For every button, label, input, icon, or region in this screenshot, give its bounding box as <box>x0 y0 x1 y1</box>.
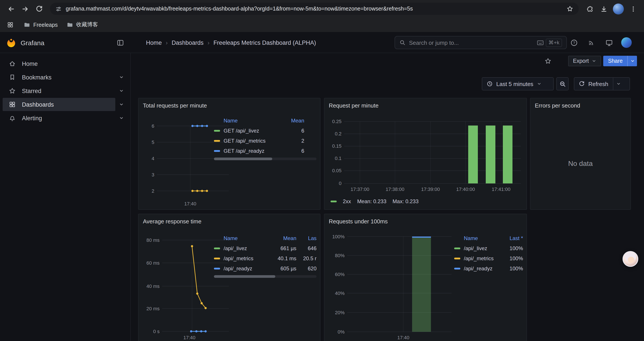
bookmark-blog[interactable]: 收藏博客 <box>66 21 98 29</box>
legend-header-name[interactable]: Name <box>214 235 270 241</box>
series-name[interactable]: /api/_readyz <box>464 265 500 271</box>
series-name[interactable]: /api/_livez <box>224 245 270 251</box>
legend-row[interactable]: /api/_readyz 100% <box>454 263 523 273</box>
sidebar-item-starred-button[interactable]: Starred <box>3 84 115 97</box>
chevron-down-icon <box>119 75 124 80</box>
breadcrumb-home[interactable]: Home <box>146 39 162 46</box>
bar-100pct[interactable] <box>412 237 431 332</box>
series-name[interactable]: /api/_livez <box>464 245 500 251</box>
svg-text:?: ? <box>573 41 575 45</box>
legend-header-mean[interactable]: Mean <box>270 235 296 241</box>
panel-total-requests: Total requests per minute 6 5 4 3 2 17:4… <box>138 98 320 210</box>
export-button[interactable]: Export <box>568 56 601 66</box>
panel-title[interactable]: Average response time <box>138 214 320 225</box>
series-name[interactable]: GET /api/_livez <box>224 128 278 134</box>
url-bar[interactable]: grafana.mathmast.com/d/deytv4rwavabkb/fr… <box>50 3 579 15</box>
series-last: 20.5 r <box>296 255 316 261</box>
forward-icon[interactable] <box>18 2 32 15</box>
sidebar-item-dashboards-button[interactable]: Dashboards <box>3 98 115 111</box>
sidebar-item-dashboards: Dashboards <box>3 98 128 111</box>
y-tick: 20% <box>335 310 344 315</box>
legend-scrollbar[interactable] <box>214 275 316 278</box>
sidebar-item-label: Home <box>22 60 38 67</box>
legend-header-last[interactable]: Las <box>296 235 316 241</box>
bar-2xx[interactable] <box>468 126 478 183</box>
series-last: 100% <box>500 245 523 251</box>
keyboard-icon <box>537 40 544 46</box>
chevron-down-icon <box>119 88 124 94</box>
back-icon[interactable] <box>4 2 18 15</box>
x-tick: 17:40 <box>184 201 196 206</box>
series-name[interactable]: /api/_readyz <box>224 265 270 271</box>
legend-row[interactable]: GET /api/_livez 6 <box>214 126 316 136</box>
sidebar-item-home-button[interactable]: Home <box>3 57 115 70</box>
grafana-logo-icon <box>6 38 16 48</box>
sidebar-item-bookmarks-button[interactable]: Bookmarks <box>3 71 115 84</box>
y-tick: 0.25 <box>332 119 342 124</box>
zoom-out-time-button[interactable] <box>556 77 568 90</box>
time-range-picker[interactable]: Last 5 minutes <box>482 77 554 90</box>
sidebar-starred-expand[interactable] <box>115 84 128 97</box>
clock-icon <box>486 81 493 87</box>
bookmark-star-icon[interactable] <box>566 5 574 12</box>
legend-row[interactable]: /api/_metrics 100% <box>454 253 523 263</box>
bar-2xx[interactable] <box>486 126 496 183</box>
sidebar-bookmarks-expand[interactable] <box>115 71 128 84</box>
legend-row[interactable]: /api/_livez 100% <box>454 243 523 253</box>
bookmark-freeleaps[interactable]: Freeleaps <box>24 22 58 28</box>
panel-title[interactable]: Errors per second <box>530 98 630 109</box>
panel-title[interactable]: Total requests per minute <box>138 98 320 109</box>
search-input[interactable]: Search or jump to... ⌘+k <box>394 36 567 49</box>
browser-profile-avatar[interactable] <box>613 3 624 14</box>
panel-title[interactable]: Request per minute <box>324 98 526 109</box>
series-swatch <box>330 201 337 202</box>
series-name[interactable]: GET /api/_metrics <box>224 138 278 144</box>
refresh-interval-toggle[interactable] <box>613 78 624 90</box>
series-name[interactable]: GET /api/_readyz <box>224 148 278 154</box>
sidebar-alerting-expand[interactable] <box>115 112 128 125</box>
refresh-button[interactable]: Refresh <box>574 77 630 90</box>
legend-header-last[interactable]: Last * <box>500 235 523 241</box>
legend-scrollbar[interactable] <box>214 158 316 160</box>
legend-row[interactable]: GET /api/_readyz 6 <box>214 146 316 156</box>
sidebar-collapse-icon[interactable] <box>115 37 126 48</box>
news-rss-icon[interactable] <box>586 37 597 48</box>
share-label: Share <box>603 56 628 66</box>
sidebar-item-alerting-button[interactable]: Alerting <box>3 112 115 125</box>
help-icon[interactable]: ? <box>568 37 579 48</box>
series-name[interactable]: /api/_metrics <box>224 255 270 261</box>
share-button[interactable]: Share <box>603 56 637 66</box>
series-name[interactable]: /api/_metrics <box>464 255 500 261</box>
series-name[interactable]: 2xx <box>343 198 351 204</box>
legend-row[interactable]: /api/_livez 661 µs 646 <box>214 243 316 253</box>
series-mean: 40.1 ms <box>270 255 296 261</box>
favorite-star-icon[interactable] <box>542 56 554 66</box>
legend-header-name[interactable]: Name <box>454 235 500 241</box>
legend-header-mean[interactable]: Mean <box>278 118 304 124</box>
legend-header-name[interactable]: Name <box>214 118 278 124</box>
floating-assistant-avatar[interactable] <box>622 251 638 267</box>
user-avatar[interactable] <box>621 37 632 48</box>
breadcrumb-dashboards[interactable]: Dashboards <box>172 39 204 46</box>
reload-icon[interactable] <box>32 2 46 15</box>
chevron-down-icon <box>616 82 621 86</box>
bookmark-icon <box>9 74 16 81</box>
monitor-icon[interactable] <box>604 37 614 48</box>
legend-row[interactable]: GET /api/_metrics 2 <box>214 136 316 146</box>
chrome-menu-icon[interactable] <box>626 2 640 15</box>
url-text[interactable]: grafana.mathmast.com/d/deytv4rwavabkb/fr… <box>66 6 562 12</box>
downloads-icon[interactable] <box>597 2 610 15</box>
share-menu-toggle[interactable] <box>628 56 637 66</box>
extensions-puzzle-icon[interactable] <box>583 2 596 15</box>
bar-2xx[interactable] <box>503 126 512 183</box>
series-swatch <box>454 267 460 269</box>
sidebar-dashboards-expand[interactable] <box>115 98 128 111</box>
grafana-brand[interactable]: Grafana <box>6 32 44 53</box>
panel-errors-per-second: Errors per second No data <box>530 98 631 210</box>
apps-grid-icon[interactable] <box>5 20 15 30</box>
y-tick: 0% <box>338 329 344 335</box>
legend-row[interactable]: /api/_metrics 40.1 ms 20.5 r <box>214 253 316 263</box>
series-mean: 2 <box>278 138 304 144</box>
legend-row[interactable]: /api/_readyz 605 µs 620 <box>214 263 316 273</box>
panel-title[interactable]: Requests under 100ms <box>324 214 526 225</box>
